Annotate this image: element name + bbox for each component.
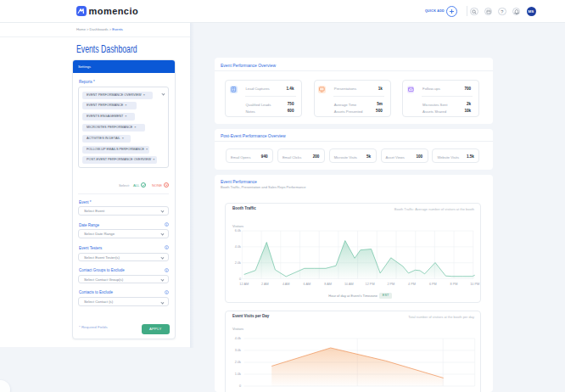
svg-text:0: 0 [239, 277, 241, 280]
svg-text:4 PM: 4 PM [408, 282, 416, 285]
svg-text:10 AM: 10 AM [344, 282, 354, 285]
svg-text:4.0k: 4.0k [235, 337, 241, 340]
svg-text:12 AM: 12 AM [240, 282, 249, 285]
svg-text:8 AM: 8 AM [325, 282, 333, 285]
svg-text:3.0k: 3.0k [235, 349, 241, 352]
svg-text:6 AM: 6 AM [304, 282, 311, 285]
svg-text:10 PM: 10 PM [471, 282, 480, 285]
svg-text:8 PM: 8 PM [450, 282, 458, 285]
svg-text:4.0k: 4.0k [235, 245, 241, 249]
svg-text:0: 0 [239, 384, 241, 388]
svg-text:1.0k: 1.0k [235, 372, 241, 376]
svg-text:2 PM: 2 PM [388, 282, 395, 285]
svg-text:6 PM: 6 PM [429, 282, 437, 285]
svg-text:12 PM: 12 PM [366, 282, 375, 285]
svg-text:2.0k: 2.0k [235, 361, 241, 364]
svg-text:4 AM: 4 AM [282, 282, 290, 285]
svg-text:2 AM: 2 AM [261, 282, 269, 285]
svg-text:2.0k: 2.0k [235, 260, 241, 264]
svg-text:6.0k: 6.0k [235, 229, 241, 232]
